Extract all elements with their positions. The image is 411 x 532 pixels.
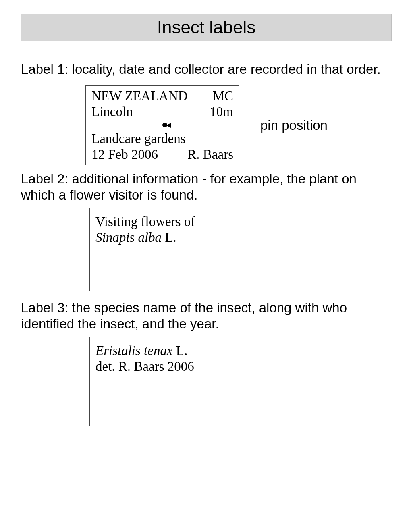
label2-species: Sinapis alba xyxy=(95,230,162,245)
label1-row4: 12 Feb 2006 R. Baars xyxy=(91,147,233,162)
label3-description: Label 3: the species name of the insect,… xyxy=(21,300,392,332)
label2-line1: Visiting flowers of xyxy=(95,214,242,230)
label3-authority: L. xyxy=(173,343,188,358)
label1-pin-row xyxy=(91,120,233,127)
label1-country: NEW ZEALAND xyxy=(91,88,188,104)
pin-line-icon xyxy=(171,125,259,125)
label1-date: 12 Feb 2006 xyxy=(91,147,158,162)
label2-description: Label 2: additional information - for ex… xyxy=(21,171,392,203)
pin-caption: pin position xyxy=(260,118,328,133)
label1-region-code: MC xyxy=(213,88,233,104)
label3-box: Eristalis tenax L. det. R. Baars 2006 xyxy=(89,337,248,426)
label1-description: Label 1: locality, date and collector ar… xyxy=(21,61,384,77)
label1-collector: R. Baars xyxy=(187,147,233,162)
label1-row1: NEW ZEALAND MC xyxy=(91,88,233,104)
page-title: Insect labels xyxy=(21,14,392,41)
label1-elevation: 10m xyxy=(210,104,233,120)
label1-box: NEW ZEALAND MC Lincoln 10m Landcare gard… xyxy=(85,85,239,165)
label1-row2: Lincoln 10m xyxy=(91,104,233,120)
label3-line1: Eristalis tenax L. xyxy=(95,343,242,359)
label3-species: Eristalis tenax xyxy=(95,343,173,358)
pin-arrowhead-icon xyxy=(166,123,171,128)
label1-site: Landcare gardens xyxy=(91,131,233,147)
page-title-text: Insect labels xyxy=(157,17,256,37)
page: Insect labels Label 1: locality, date an… xyxy=(0,0,411,532)
spacer xyxy=(91,127,233,131)
label2-authority: L. xyxy=(162,230,176,245)
label1-locality: Lincoln xyxy=(91,104,133,120)
label2-box: Visiting flowers of Sinapis alba L. xyxy=(89,208,248,291)
label3-line2: det. R. Baars 2006 xyxy=(95,359,242,374)
label2-line2: Sinapis alba L. xyxy=(95,230,242,245)
